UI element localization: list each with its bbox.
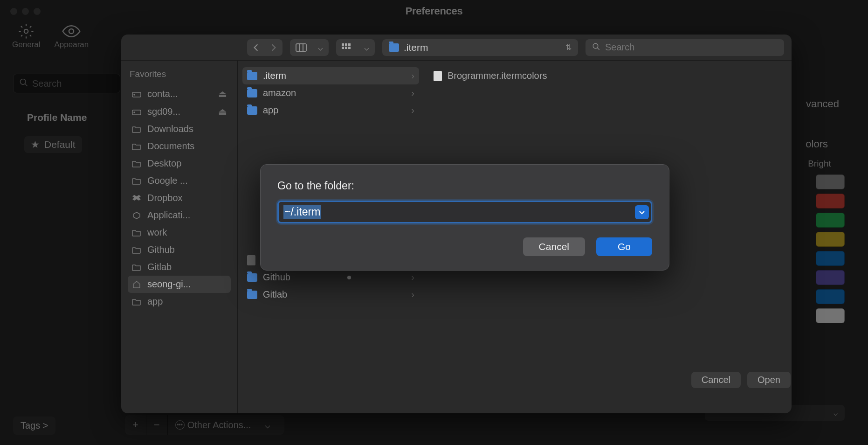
goto-input-wrap[interactable]: ~/.iterm [277,201,652,223]
goto-cancel-button[interactable]: Cancel [523,237,585,256]
sidebar-favorite[interactable]: Documents [128,138,231,155]
folder-icon [247,89,257,97]
file-open-button[interactable]: Open [747,372,791,388]
svg-line-14 [597,48,599,50]
svg-rect-8 [345,43,347,46]
file-icon [434,71,442,81]
sidebar-favorite[interactable]: work [128,224,231,241]
chevron-down-icon: ⌵ [312,40,329,56]
file-search-input[interactable] [605,42,778,53]
path-label: .iterm [404,42,428,53]
chevron-right-icon: › [411,105,414,116]
favorite-label: app [147,296,163,307]
favorites-header: Favorites [128,69,231,79]
file-row-label: .iterm [263,70,286,81]
favorite-label: Downloads [147,124,193,134]
file-row-label: Github [263,272,290,283]
svg-rect-11 [345,47,347,49]
chevron-right-icon: › [411,289,414,300]
favorite-label: seong-gi... [147,279,191,290]
file-row-label: Gitlab [263,289,287,300]
home-icon [131,280,142,289]
folder-icon [247,106,257,115]
svg-rect-4 [296,44,306,51]
goto-input-value[interactable]: ~/.iterm [283,205,321,219]
favorite-label: work [147,227,167,238]
file-row[interactable]: Brogrammer.itermcolors [429,67,787,84]
favorite-label: Gitlab [147,262,172,272]
favorite-label: conta... [147,89,178,99]
file-row[interactable]: amazon› [242,84,419,102]
file-browser-sidebar: Favorites conta...⏏sgd09...⏏DownloadsDoc… [121,61,238,413]
favorite-label: Documents [147,141,194,152]
file-row[interactable]: Github› [242,269,419,286]
goto-history-button[interactable] [635,205,649,219]
file-row-label: Brogrammer.itermcolors [448,70,547,81]
folder-icon [247,273,257,282]
chevron-right-icon: › [411,70,414,81]
favorite-label: Dropbox [147,193,183,203]
file-cancel-button[interactable]: Cancel [691,372,741,388]
file-row[interactable]: app› [242,102,419,119]
svg-point-16 [134,94,135,95]
drive-icon [131,89,142,98]
folder-icon [131,142,142,151]
folder-icon [247,72,257,80]
svg-point-13 [593,43,598,49]
sidebar-favorite[interactable]: Dropbox [128,189,231,207]
sidebar-favorite[interactable]: sgd09...⏏ [128,103,231,120]
search-icon [592,42,600,53]
apps-icon [131,211,142,220]
drive-icon [131,107,142,116]
file-row[interactable]: Gitlab› [242,286,419,303]
file-row-label: amazon [263,88,296,98]
svg-rect-10 [342,47,344,49]
sidebar-favorite[interactable]: Applicati... [128,207,231,224]
svg-point-18 [134,112,135,113]
eject-icon[interactable]: ⏏ [218,106,227,117]
columns-view-icon [290,41,312,55]
sidebar-favorite[interactable]: Google ... [128,172,231,189]
file-browser-search[interactable] [586,39,784,56]
back-button[interactable] [247,41,265,55]
chevron-right-icon: › [411,272,414,283]
svg-rect-12 [348,47,351,49]
folder-icon [131,263,142,272]
chevron-down-icon: ⌵ [358,40,375,56]
favorite-label: Desktop [147,158,181,169]
file-row[interactable]: .iterm› [242,67,419,84]
file-icon [247,255,255,265]
favorite-label: Applicati... [147,210,190,221]
path-selector[interactable]: .iterm ⇅ [382,39,578,56]
folder-icon [389,43,399,52]
file-dialog-buttons: Cancel Open [691,372,791,388]
sidebar-favorite[interactable]: conta...⏏ [128,85,231,103]
svg-rect-9 [348,43,351,46]
sidebar-favorite[interactable]: Github [128,241,231,258]
grid-icon [336,41,358,55]
goto-folder-dialog: Go to the folder: ~/.iterm Cancel Go [260,164,669,271]
sidebar-favorite[interactable]: Desktop [128,155,231,172]
sidebar-favorite[interactable]: Downloads [128,120,231,138]
nav-buttons [247,39,282,56]
folder-icon [131,297,142,306]
file-row-label: app [263,105,278,116]
sidebar-favorite[interactable]: app [128,293,231,310]
folder-icon [131,245,142,255]
folder-icon [131,159,142,168]
file-browser-toolbar: ⌵ ⌵ .iterm ⇅ [121,35,792,61]
favorite-label: sgd09... [147,106,180,117]
chevron-right-icon: › [411,88,414,98]
favorite-label: Github [147,244,175,255]
goto-label: Go to the folder: [277,180,652,192]
updown-icon: ⇅ [565,43,572,52]
folder-icon [131,228,142,237]
eject-icon[interactable]: ⏏ [218,88,227,99]
svg-rect-7 [342,43,344,46]
goto-go-button[interactable]: Go [596,237,652,256]
view-mode[interactable]: ⌵ [290,39,329,56]
forward-button[interactable] [265,41,282,55]
group-mode[interactable]: ⌵ [336,39,375,56]
sidebar-favorite[interactable]: seong-gi... [128,276,231,293]
sidebar-favorite[interactable]: Gitlab [128,258,231,276]
